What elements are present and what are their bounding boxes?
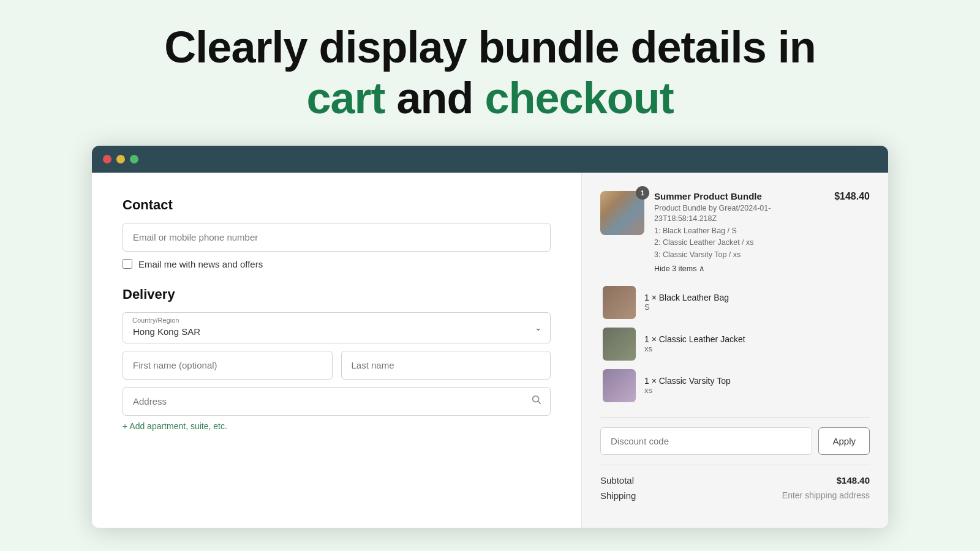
traffic-light-red[interactable] <box>103 155 111 163</box>
country-select-wrapper: Country/Region Hong Kong SAR ⌄ <box>123 312 551 343</box>
browser-titlebar <box>92 146 888 173</box>
product-meta-4: 2: Classic Leather Jacket / xs <box>654 238 824 249</box>
shipping-hint: Enter shipping address <box>782 490 870 500</box>
order-summary-panel: 1 Summer Product Bundle Product Bundle b… <box>582 173 888 528</box>
last-name-input[interactable] <box>341 351 551 380</box>
subtotal-value: $148.40 <box>837 475 870 485</box>
sub-item-1-name: 1 × Black Leather Bag <box>644 293 870 302</box>
email-checkbox-row: Email me with news and offers <box>123 259 551 269</box>
sub-item-2-info: 1 × Classic Leather Jacket xs <box>644 334 870 353</box>
main-order-item: 1 Summer Product Bundle Product Bundle b… <box>600 191 870 274</box>
sub-item-2-image <box>603 328 636 361</box>
product-badge: 1 <box>636 186 649 200</box>
email-checkbox-label: Email me with news and offers <box>138 259 263 269</box>
product-meta-1: Product Bundle by Great/2024-01-23T18:58… <box>654 203 824 225</box>
name-row <box>123 351 551 380</box>
product-image-wrap: 1 <box>600 191 644 274</box>
browser-window: Contact Email me with news and offers De… <box>92 146 888 528</box>
discount-code-input[interactable] <box>600 427 812 455</box>
add-apartment-link[interactable]: + Add apartment, suite, etc. <box>123 421 227 431</box>
page-wrapper: Clearly display bundle details in cart a… <box>0 0 980 528</box>
traffic-light-green[interactable] <box>130 155 138 163</box>
product-meta-5: 3: Classic Varsity Top / xs <box>654 250 824 261</box>
sub-item-1: 1 × Black Leather Bag S <box>603 286 870 319</box>
email-input[interactable] <box>123 223 551 252</box>
headline-and: and <box>396 73 473 122</box>
browser-content: Contact Email me with news and offers De… <box>92 173 888 528</box>
product-name: Summer Product Bundle <box>654 191 824 201</box>
divider-2 <box>600 465 870 465</box>
sub-items-list: 1 × Black Leather Bag S 1 × Classic Leat… <box>600 286 870 402</box>
sub-item-2: 1 × Classic Leather Jacket xs <box>603 328 870 361</box>
sub-item-1-info: 1 × Black Leather Bag S <box>644 293 870 312</box>
headline: Clearly display bundle details in cart a… <box>164 22 815 124</box>
sub-item-2-variant: xs <box>644 344 870 353</box>
sub-item-3-info: 1 × Classic Varsity Top xs <box>644 376 870 395</box>
sub-item-2-name: 1 × Classic Leather Jacket <box>644 334 870 344</box>
sub-item-3-variant: xs <box>644 386 870 395</box>
sub-item-3-name: 1 × Classic Varsity Top <box>644 376 870 386</box>
subtotal-row: Subtotal $148.40 <box>600 475 870 485</box>
product-meta-3: 1: Black Leather Bag / S <box>654 226 824 237</box>
contact-title: Contact <box>123 197 551 213</box>
discount-row: Apply <box>600 427 870 455</box>
sub-item-1-variant: S <box>644 302 870 312</box>
email-checkbox[interactable] <box>123 259 132 269</box>
subtotal-label: Subtotal <box>600 475 634 485</box>
country-value: Hong Kong SAR <box>133 326 200 337</box>
sub-item-3-image <box>603 369 636 402</box>
address-input[interactable] <box>123 387 551 416</box>
delivery-title: Delivery <box>123 287 551 302</box>
order-price: $148.40 <box>834 191 870 274</box>
checkout-left-panel: Contact Email me with news and offers De… <box>92 173 582 528</box>
headline-green1: cart <box>306 73 385 122</box>
sub-item-3: 1 × Classic Varsity Top xs <box>603 369 870 402</box>
address-wrapper <box>123 387 551 416</box>
apply-button[interactable]: Apply <box>818 427 870 455</box>
shipping-row: Shipping Enter shipping address <box>600 490 870 501</box>
hide-items-link[interactable]: Hide 3 items ∧ <box>654 264 705 273</box>
traffic-light-yellow[interactable] <box>116 155 125 163</box>
first-name-input[interactable] <box>123 351 333 380</box>
order-details: Summer Product Bundle Product Bundle by … <box>654 191 824 274</box>
country-select[interactable]: Country/Region Hong Kong SAR <box>123 312 551 343</box>
headline-green2: checkout <box>485 73 674 122</box>
sub-item-1-image <box>603 286 636 319</box>
divider-1 <box>600 417 870 418</box>
country-label: Country/Region <box>132 317 179 324</box>
headline-line1: Clearly display bundle details in <box>164 23 815 72</box>
shipping-label: Shipping <box>600 490 636 501</box>
